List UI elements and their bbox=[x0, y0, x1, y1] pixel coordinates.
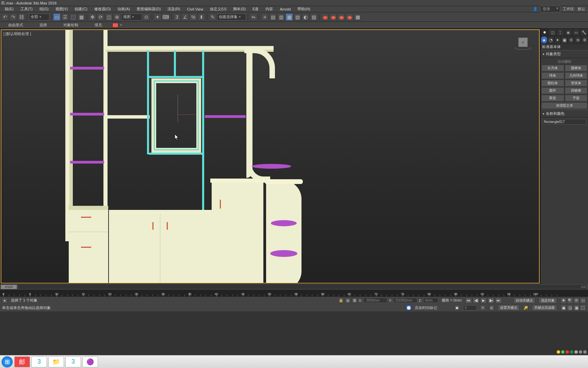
nav-fov-button[interactable]: ◲ bbox=[567, 305, 573, 311]
nav-zoomall-button[interactable]: ▩ bbox=[573, 305, 579, 311]
selection-filter-dropdown[interactable]: 全部 bbox=[29, 14, 49, 20]
render-iterative-button[interactable]: 🫖 bbox=[338, 13, 345, 21]
manipulate-button[interactable]: ✦ bbox=[154, 13, 161, 21]
rollout-object-type[interactable]: 对象类型 bbox=[541, 50, 588, 58]
modify-tab[interactable]: ◫ bbox=[549, 29, 556, 36]
select-by-name-button[interactable]: ☰ bbox=[61, 13, 69, 21]
prim-teapot[interactable]: 茶壶 bbox=[541, 95, 564, 102]
task-explorer[interactable]: 📁 bbox=[48, 356, 64, 367]
spacewarps-subtab[interactable]: ≋ bbox=[574, 36, 581, 44]
scale-button[interactable]: ◫ bbox=[105, 13, 113, 21]
prim-cone[interactable]: 圆锥体 bbox=[565, 65, 588, 72]
track-bar[interactable]: 0510152025303540455055606570758085909510… bbox=[0, 290, 588, 296]
setkey-button[interactable]: 设置关键点 bbox=[498, 305, 520, 311]
display-tab[interactable]: ▭ bbox=[572, 29, 580, 36]
object-name-input[interactable] bbox=[542, 119, 586, 125]
undo-button[interactable]: ↶ bbox=[1, 13, 9, 21]
move-button[interactable]: ✥ bbox=[89, 13, 96, 21]
add-time-marker[interactable]: 添加时间标记 bbox=[415, 305, 437, 310]
next-frame-button[interactable]: ▮▸ bbox=[488, 297, 494, 304]
y-input[interactable] bbox=[393, 298, 417, 303]
select-region-button[interactable]: ⬚ bbox=[69, 13, 77, 21]
utilities-tab[interactable]: 🔧 bbox=[580, 29, 588, 36]
goto-start-button[interactable]: ⏮ bbox=[465, 297, 472, 304]
menu-group[interactable]: 组(G) bbox=[36, 6, 52, 12]
menu-create[interactable]: 创建(C) bbox=[71, 6, 91, 12]
hierarchy-tab[interactable]: ⌶ bbox=[556, 29, 564, 36]
redo-button[interactable]: ↷ bbox=[10, 13, 17, 21]
time-config-button[interactable]: 🕓 bbox=[406, 305, 411, 310]
nav-zoomext-button[interactable]: ▣ bbox=[560, 305, 567, 311]
prim-textplus[interactable]: 加强型文本 bbox=[541, 102, 587, 109]
nav-orbit-button[interactable]: ⟳ bbox=[573, 297, 579, 304]
ribbon-color-swatch[interactable] bbox=[112, 23, 118, 28]
link-button[interactable]: ⛓ bbox=[18, 13, 25, 21]
ribbon-fill[interactable]: 填充 bbox=[86, 22, 110, 28]
play-button[interactable]: ▶ bbox=[480, 297, 487, 304]
menu-animation[interactable]: 动画(A) bbox=[114, 6, 133, 12]
render-online-button[interactable]: ▩ bbox=[354, 13, 361, 21]
task-mail[interactable]: 邮 bbox=[14, 356, 30, 367]
prim-geosphere[interactable]: 几何球体 bbox=[565, 72, 588, 79]
rollout-name-color[interactable]: 名称和颜色 bbox=[541, 110, 588, 118]
snap-toggle-button[interactable]: 3 bbox=[173, 13, 181, 21]
viewcube-face[interactable]: 前 bbox=[518, 37, 528, 47]
key-icon-button[interactable]: 🔑 bbox=[523, 305, 528, 310]
render-production-button[interactable]: 🫖 bbox=[329, 13, 337, 21]
align-button[interactable]: ≡ bbox=[261, 13, 268, 21]
z-input[interactable] bbox=[423, 298, 438, 303]
layer-explorer-button[interactable]: ▤ bbox=[269, 13, 277, 21]
current-frame-input[interactable] bbox=[463, 305, 477, 310]
lights-subtab[interactable]: ✦ bbox=[554, 36, 561, 44]
viewcube[interactable]: 前 bbox=[513, 35, 532, 50]
menu-views[interactable]: 视图(V) bbox=[52, 6, 71, 12]
ref-coord-dropdown[interactable]: 视图 bbox=[121, 14, 142, 20]
autogrid-checkbox[interactable]: 自动栅格 bbox=[541, 59, 587, 65]
nav-max-button[interactable]: ▭ bbox=[580, 297, 586, 304]
ribbon-freeform[interactable]: 自由形式 bbox=[0, 22, 31, 28]
keyboard-shortcut-button[interactable]: ⌨ bbox=[162, 13, 169, 21]
key-filters-button[interactable]: 关键点过滤器 bbox=[532, 305, 557, 311]
curve-editor-button[interactable]: ▦ bbox=[285, 13, 293, 21]
prev-frame-button[interactable]: ◂▮ bbox=[473, 297, 479, 304]
helpers-subtab[interactable]: ✢ bbox=[568, 36, 574, 44]
menu-help[interactable]: 帮助(H) bbox=[294, 6, 313, 12]
mirror-button[interactable]: ⇋ bbox=[250, 13, 257, 21]
prim-sphere[interactable]: 球体 bbox=[541, 72, 564, 79]
render-frame-button[interactable]: 🫖 bbox=[321, 13, 329, 21]
render-setup-button[interactable]: ▨ bbox=[310, 13, 317, 21]
key-mode-button[interactable]: ⏺ bbox=[454, 305, 460, 310]
menu-content[interactable]: 内容 bbox=[262, 6, 276, 12]
key-bracket-button[interactable]: ⊏ bbox=[489, 305, 494, 310]
menu-customize[interactable]: 自定义(U) bbox=[207, 6, 230, 12]
menu-modifiers[interactable]: 修改器(O) bbox=[91, 6, 114, 12]
menu-edao[interactable]: E道 bbox=[249, 6, 262, 12]
menu-rendering[interactable]: 渲染(R) bbox=[164, 6, 183, 12]
autokey-button[interactable]: 自动关键点 bbox=[513, 297, 535, 304]
menu-edit[interactable]: 辑(E) bbox=[1, 6, 17, 12]
geometry-subtab[interactable]: ● bbox=[541, 36, 548, 44]
motion-tab[interactable]: ◉ bbox=[565, 29, 572, 36]
edit-named-sel-button[interactable]: ✎ bbox=[209, 13, 216, 21]
named-selection-dropdown[interactable]: 创建选择集 bbox=[217, 14, 246, 20]
render-activeshade-button[interactable]: 🫖 bbox=[346, 13, 353, 21]
maxscript-mini-button[interactable]: ▸ bbox=[2, 298, 7, 303]
menu-grapheditors[interactable]: 图形编辑器(D) bbox=[133, 6, 164, 12]
prim-plane[interactable]: 平面 bbox=[565, 95, 588, 102]
rotate-button[interactable]: ⟳ bbox=[97, 13, 104, 21]
nav-maxtoggle-button[interactable]: ⛶ bbox=[580, 305, 586, 311]
lock-selection-button[interactable]: 🔒 bbox=[338, 298, 344, 303]
material-editor-button[interactable]: ◐ bbox=[302, 13, 309, 21]
toggle-ribbon-button[interactable]: ▥ bbox=[277, 13, 285, 21]
menu-civilview[interactable]: Civil View bbox=[184, 7, 207, 11]
task-browser[interactable]: 🟣 bbox=[82, 356, 98, 367]
workspace-dropdown[interactable]: 默认 bbox=[578, 6, 585, 12]
prim-box[interactable]: 长方体 bbox=[541, 65, 564, 72]
menu-scripting[interactable]: 脚本(S) bbox=[230, 6, 249, 12]
selected-filter-dropdown[interactable]: 选定对象 bbox=[539, 297, 557, 304]
select-object-button[interactable]: ▭ bbox=[53, 13, 61, 21]
angle-snap-button[interactable]: ∠ bbox=[181, 13, 189, 21]
schematic-view-button[interactable]: ▧ bbox=[294, 13, 301, 21]
x-input[interactable] bbox=[363, 298, 387, 303]
percent-snap-button[interactable]: % bbox=[190, 13, 197, 21]
